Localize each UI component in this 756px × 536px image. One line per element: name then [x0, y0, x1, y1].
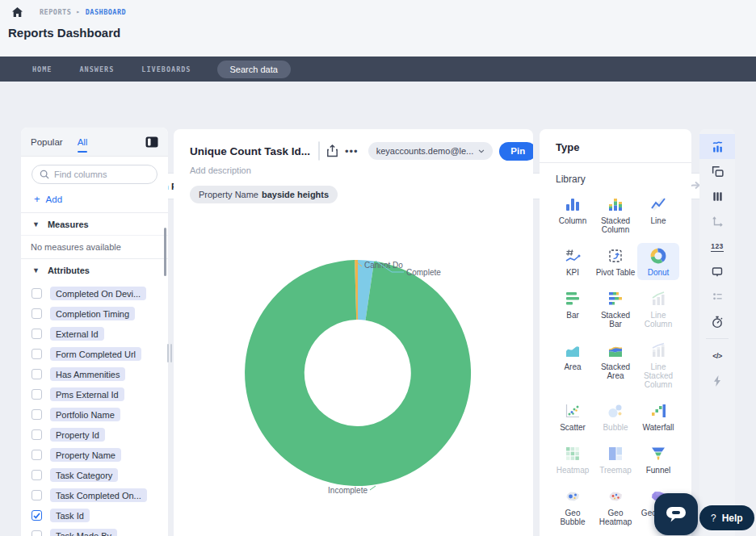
nav-item-answers[interactable]: ANSWERS — [79, 65, 114, 73]
edit-chart-icon[interactable] — [699, 159, 735, 184]
library-item-donut[interactable]: Donut — [637, 243, 679, 280]
column-chip: Task Category — [50, 468, 118, 482]
column-item[interactable]: Property Name — [21, 445, 168, 465]
line-column-chart-icon — [649, 290, 667, 308]
checkbox[interactable] — [32, 429, 42, 440]
chart-type-panel: Type Library ColumnStacked ColumnLineKPI… — [540, 129, 691, 536]
library-item-scatter[interactable]: Scatter — [552, 398, 594, 435]
library-item-column[interactable]: Column — [552, 191, 594, 237]
chat-button[interactable] — [654, 493, 698, 535]
column-item[interactable]: Completed On Devi... — [21, 283, 168, 304]
column-item[interactable]: Task Id — [21, 505, 168, 526]
checkbox-checked[interactable] — [32, 510, 42, 521]
number-format-icon[interactable]: 123 — [699, 234, 735, 259]
column-item[interactable]: External Id — [21, 324, 168, 344]
breadcrumb-leaf[interactable]: DASHBOARD — [86, 8, 127, 16]
nav-item-home[interactable]: HOME — [32, 65, 52, 73]
checkbox[interactable] — [32, 349, 42, 359]
tab-popular[interactable]: Popular — [31, 128, 63, 157]
checkbox[interactable] — [32, 389, 42, 400]
add-description[interactable]: Add description — [190, 165, 519, 175]
column-item[interactable]: Pms External Id — [21, 384, 168, 404]
line-chart-icon — [649, 195, 667, 213]
chart-config-icon[interactable] — [699, 134, 735, 159]
share-icon[interactable] — [326, 141, 338, 161]
filter-chip[interactable]: Property Name bayside heights — [190, 186, 338, 203]
checkbox[interactable] — [32, 470, 42, 480]
spark-icon — [699, 368, 735, 393]
library-item-treemap: Treemap — [594, 441, 636, 478]
column-chip: Has Ammenities — [50, 367, 125, 381]
search-row: Task Completion Premi... unique count Ta… — [0, 82, 756, 128]
column-item[interactable]: Completion Timing — [21, 304, 168, 324]
column-chip: Completed On Devi... — [50, 287, 146, 300]
table-view-icon[interactable] — [319, 142, 320, 160]
library-item-stacked-area[interactable]: Stacked Area — [594, 337, 636, 392]
library-item-geo-heatmap[interactable]: Geo Heatmap — [594, 484, 636, 530]
column-item[interactable]: Property Id — [21, 425, 168, 445]
find-columns-input[interactable] — [54, 170, 143, 179]
checkbox[interactable] — [32, 450, 42, 460]
library-item-stacked-column[interactable]: Stacked Column — [594, 191, 636, 237]
add-column-button[interactable]: + Add — [34, 193, 62, 205]
custom-code-icon[interactable]: </> — [699, 343, 735, 368]
bar-chart-icon — [564, 290, 582, 308]
library-item-waterfall[interactable]: Waterfall — [637, 398, 679, 435]
collapse-panel-icon[interactable] — [145, 136, 158, 148]
sidebar-scrollbar[interactable] — [164, 228, 166, 276]
checkbox[interactable] — [32, 530, 42, 536]
library-item-kpi[interactable]: KPI — [552, 243, 594, 280]
library-item-bar[interactable]: Bar — [552, 286, 594, 332]
breadcrumb-root[interactable]: REPORTS — [40, 8, 71, 16]
checkbox[interactable] — [32, 308, 42, 319]
checkbox[interactable] — [32, 288, 42, 299]
timer-icon[interactable] — [699, 309, 735, 334]
help-button[interactable]: ? Help — [699, 505, 754, 530]
answer-title[interactable]: Unique Count Task Id... — [190, 145, 310, 157]
column-item[interactable]: Task Category — [21, 465, 168, 485]
column-chip: Form Completed Url — [50, 347, 141, 361]
stacked-column-chart-icon — [607, 195, 624, 213]
nav-item-liveboards[interactable]: LIVEBOARDS — [141, 65, 191, 73]
library-item-bubble: Bubble — [594, 398, 636, 435]
column-chip: Task Completed On... — [50, 488, 147, 502]
checkbox[interactable] — [32, 409, 42, 420]
library-item-area[interactable]: Area — [552, 337, 594, 392]
home-icon[interactable] — [11, 6, 23, 18]
checkbox[interactable] — [32, 369, 42, 379]
checkbox[interactable] — [32, 329, 42, 339]
library-item-heatmap: Heatmap — [552, 441, 594, 478]
panel-resize-handle[interactable] — [167, 344, 172, 362]
library-item-label: Bubble — [603, 423, 628, 432]
waterfall-chart-icon — [649, 402, 667, 420]
columns-icon[interactable] — [699, 184, 735, 209]
library-item-pivot-table[interactable]: Pivot Table — [594, 243, 636, 280]
library-item-line[interactable]: Line — [637, 191, 679, 237]
column-item[interactable]: Portfolio Name — [21, 404, 168, 425]
library-item-line-stacked-column: Line Stacked Column — [637, 337, 679, 392]
geo-bubble-chart-icon — [564, 488, 582, 505]
library-item-funnel[interactable]: Funnel — [637, 441, 679, 478]
column-item[interactable]: Task Made By — [21, 526, 168, 536]
pin-button[interactable]: Pin — [499, 142, 533, 161]
column-item[interactable]: Has Ammenities — [21, 364, 168, 384]
library-item-stacked-bar[interactable]: Stacked Bar — [594, 286, 636, 332]
section-attributes[interactable]: ▼ Attributes — [21, 258, 168, 281]
library-item-geo-bubble[interactable]: Geo Bubble — [552, 484, 594, 530]
slice-label: Incomplete — [328, 486, 368, 495]
find-columns-box — [32, 165, 158, 184]
library-item-label: Stacked Area — [595, 362, 636, 380]
checkbox[interactable] — [32, 490, 42, 500]
sidebar-tabs: Popular All — [21, 128, 168, 157]
more-actions-icon[interactable]: ••• — [345, 141, 359, 161]
column-item[interactable]: Task Completed On... — [21, 485, 168, 505]
section-measures[interactable]: ▼ Measures — [21, 212, 168, 235]
divider — [706, 338, 729, 339]
library-item-label: Area — [564, 362, 581, 371]
search-data-button[interactable]: Search data — [217, 61, 291, 78]
tab-all[interactable]: All — [78, 128, 88, 157]
tooltip-icon[interactable] — [699, 259, 735, 284]
column-item[interactable]: Form Completed Url — [21, 344, 168, 364]
author-dropdown[interactable]: keyaccounts.demo@le... — [368, 142, 494, 160]
library-item-label: Bar — [566, 311, 579, 320]
